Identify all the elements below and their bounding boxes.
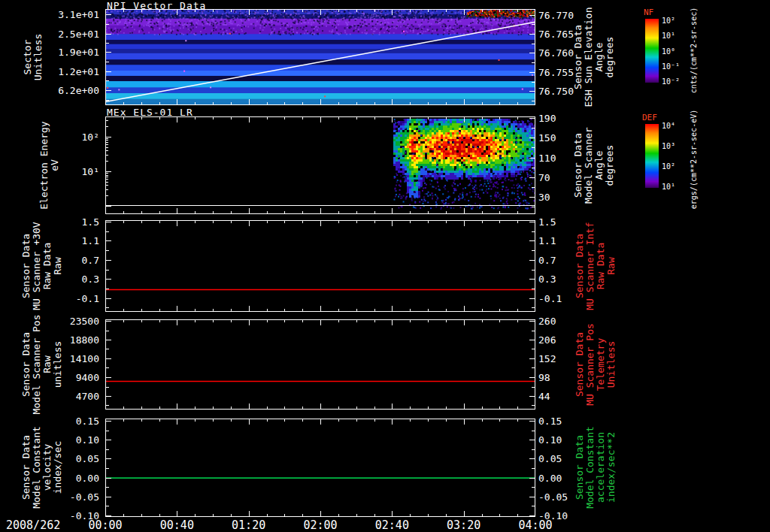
colorbar-ticks-def: 10⁴10³10²10¹ [659, 124, 684, 188]
colorbar-nf [645, 19, 659, 83]
tick-label: -0.1 [538, 292, 562, 304]
tick-label: 76.770 [538, 9, 574, 20]
right-axis-label-mu-scanner-intf: Sensor Data MU Scanner Intf Raw Data Raw [574, 222, 617, 310]
y-ticks-right-model-constant: 0.150.100.050.00-0.05-0.10 [535, 419, 581, 517]
date-label: 2008/262 [6, 518, 60, 532]
tick-label: 2.5e+01 [58, 28, 99, 39]
tick-label: -0.05 [538, 491, 568, 502]
tick-label: 4700 [76, 391, 99, 402]
tick-label: 76.760 [538, 47, 574, 59]
tick-label: 260 [538, 316, 556, 327]
tick-label: 0.3 [538, 274, 556, 285]
tick-label: 10³ [662, 141, 675, 150]
tick-label: 04:00 [518, 518, 552, 532]
tick-label: 10² [662, 162, 675, 171]
tick-label: 10⁰ [662, 47, 675, 55]
tick-label: 03:20 [447, 518, 480, 532]
tick-label: 00:00 [88, 518, 122, 532]
mu-scanner-30v-canvas [105, 220, 535, 312]
tick-label: 10¹ [662, 183, 675, 191]
tick-label: 10¹ [82, 166, 99, 177]
tick-label: 150 [538, 131, 556, 143]
tick-label: 10⁻¹ [662, 62, 680, 70]
plot-area-npi [105, 9, 535, 105]
tick-label: 152 [538, 352, 556, 364]
tick-label: 01:20 [232, 518, 265, 532]
colorbar-title-nf: NF [644, 8, 653, 17]
tick-label: -0.1 [76, 292, 99, 304]
tick-label: 1.5 [82, 216, 99, 228]
tick-label: 10² [662, 16, 675, 24]
y-ticks-left-npi: 3.1e+012.5e+011.9e+011.2e+016.2e+00 [27, 9, 102, 105]
tick-label: 98 [538, 372, 550, 383]
npi-spectrogram-canvas [105, 9, 535, 105]
tick-label: 00:40 [160, 518, 194, 532]
tick-label: 1.1 [82, 235, 99, 246]
tick-label: 0.10 [76, 434, 99, 446]
tick-label: 0.00 [538, 472, 562, 483]
tick-label: 0.7 [82, 254, 99, 265]
els-spectrogram-canvas [105, 116, 535, 214]
y-ticks-right-model-scanner-pos: 2602061529844 [535, 319, 581, 410]
tick-label: 30 [538, 191, 550, 202]
tick-label: 0.00 [76, 472, 99, 483]
colorbar-title-def: DEF [642, 113, 657, 122]
tick-label: -0.05 [70, 491, 99, 502]
tick-label: 76.765 [538, 29, 574, 40]
tick-label: 1.9e+01 [58, 47, 99, 58]
tick-label: 76.755 [538, 66, 574, 77]
tick-label: 110 [538, 152, 556, 163]
tick-label: 10⁻² [662, 77, 680, 86]
y-ticks-left-els: 10²10¹ [27, 116, 102, 214]
tick-label: 206 [538, 334, 556, 346]
tick-label: 1.5 [538, 216, 556, 228]
plot-area-model-scanner-pos [105, 319, 535, 410]
tick-label: 9400 [76, 372, 99, 383]
tick-label: 1.1 [538, 235, 556, 246]
plot-area-mu-scanner-30v [105, 220, 535, 312]
right-axis-label-acceleration: Sensor Data Model Constant acceleration … [574, 426, 617, 509]
colorbar-ticks-nf: 10²10¹10⁰10⁻¹10⁻² [659, 19, 684, 83]
y-ticks-right-els: 1901501107030 [535, 116, 581, 214]
y-ticks-right-npi: 76.77076.76576.76076.75576.750 [535, 9, 581, 105]
tick-label: 1.2e+01 [58, 65, 99, 77]
tick-label: 190 [538, 112, 556, 123]
model-scanner-pos-canvas [105, 319, 535, 410]
tick-label: 6.2e+00 [58, 85, 99, 96]
tick-label: 44 [538, 391, 550, 402]
plot-area-model-constant [105, 419, 535, 517]
tick-label: 0.05 [538, 453, 562, 464]
tick-label: 18800 [70, 334, 99, 346]
tick-label: 10¹ [662, 32, 675, 40]
tick-label: 0.3 [82, 274, 99, 285]
colorbar-unit-def: ergs/(cm**2-sr-sec-eV) [690, 110, 698, 209]
tick-label: 10² [82, 131, 99, 143]
tick-label: 76.750 [538, 86, 574, 97]
y-ticks-left-mu-scanner-30v: 1.51.10.70.3-0.1 [27, 220, 102, 312]
tick-label: 02:00 [303, 518, 337, 532]
tick-label: 3.1e+01 [58, 8, 99, 20]
model-constant-canvas [105, 419, 535, 517]
x-tick-labels: 00:0000:4001:2002:0002:4003:2004:00 [105, 518, 535, 532]
tick-label: 0.7 [538, 254, 556, 265]
tick-label: 0.15 [76, 416, 99, 427]
plot-screen: NPI Vector Data MEx ELS-01 LR Sector Uni… [0, 0, 770, 532]
tick-label: 14100 [70, 352, 99, 364]
y-ticks-right-mu-scanner-30v: 1.51.10.70.3-0.1 [535, 220, 581, 312]
tick-label: 10⁴ [662, 121, 675, 129]
tick-label: 0.15 [538, 416, 562, 427]
right-axis-label-mu-scanner-pos: Sensor Data MU Scanner Pos Telemetry Uni… [574, 323, 617, 406]
tick-label: 70 [538, 171, 550, 183]
tick-label: 0.05 [76, 453, 99, 464]
tick-label: 02:40 [375, 518, 409, 532]
y-ticks-left-model-constant: 0.150.100.050.00-0.05-0.10 [27, 419, 102, 517]
colorbar-def [645, 124, 659, 188]
tick-label: 0.10 [538, 434, 562, 446]
y-ticks-left-model-scanner-pos: 23500188001410094004700 [27, 319, 102, 410]
plot-area-els [105, 116, 535, 214]
colorbar-unit-nf: cnts/(cm**2-sr-sec) [690, 8, 698, 93]
tick-label: 23500 [70, 316, 99, 327]
